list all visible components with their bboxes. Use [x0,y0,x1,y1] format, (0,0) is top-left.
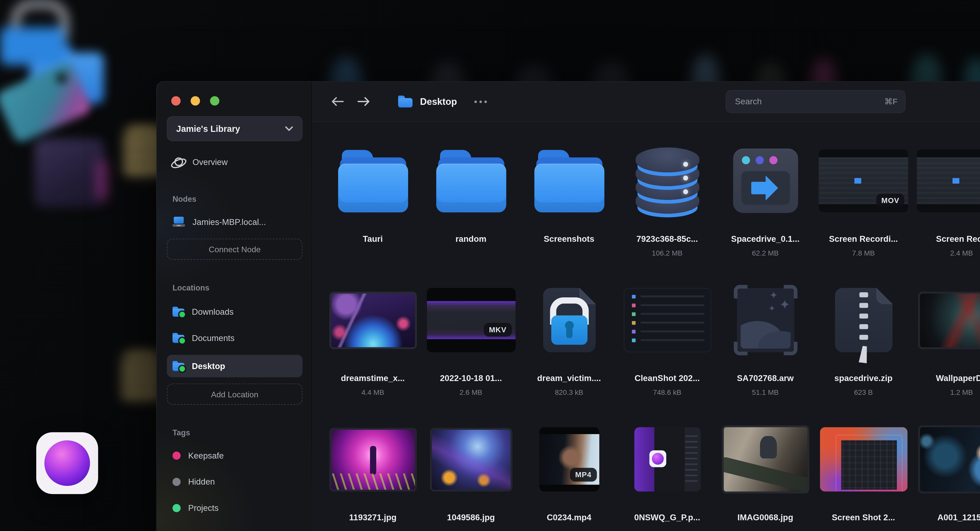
search-bar[interactable]: ⌘F [725,90,905,113]
file-name: SA702768.arw [737,373,794,383]
file-name: 0NSWQ_G_P.p... [634,513,700,522]
file-item[interactable]: MKV 2022-10-18 01... 2.6 MB [422,287,520,427]
file-item[interactable]: random [422,148,520,287]
page-title: Desktop [420,96,457,107]
connect-node-button[interactable]: Connect Node [167,239,302,260]
sparkle-icon: ✦ [770,290,778,300]
database-icon [633,149,701,214]
arrow-right-icon [358,96,371,107]
sidebar-item-label: Desktop [192,361,225,371]
add-location-button[interactable]: Add Location [167,384,302,405]
file-item[interactable]: MOV Screen Recordi... 7.8 MB [815,148,912,287]
search-input[interactable] [734,96,884,107]
folder-icon [338,150,408,212]
spacedrive-app-logo[interactable] [36,432,98,494]
file-name: 2022-10-18 01... [440,373,502,383]
back-button[interactable] [328,94,346,109]
image-thumbnail [634,427,700,491]
spacedrive-window: Jamie's Library Overview Nodes Jamies-MB… [156,81,980,531]
sidebar-item-label: Jamies-MBP.local... [192,217,266,227]
folder-icon [172,361,185,371]
zoom-button[interactable] [210,96,220,106]
file-item[interactable]: dream_victim.... 820.3 kB [520,287,618,427]
file-size: 623 B [854,388,873,396]
sidebar-item-tag-projects[interactable]: Projects [167,498,302,517]
file-name: spacedrive.zip [834,373,892,383]
library-label: Jamie's Library [177,124,240,134]
sidebar-item-node[interactable]: Jamies-MBP.local... [167,212,302,231]
forward-button[interactable] [355,94,373,109]
file-name: dream_victim.... [537,373,601,383]
image-thumbnail [918,425,980,493]
arrow-right-icon [751,182,766,194]
sidebar-item-downloads[interactable]: Downloads [167,302,302,321]
file-item[interactable]: dreamstime_x... 4.4 MB [324,287,422,427]
format-badge: MP4 [570,468,597,482]
breadcrumb: Desktop [398,96,491,108]
lock-file-icon [543,288,595,352]
video-thumbnail: MOV [818,149,909,213]
file-name: Screen Shot 2... [832,513,895,522]
sidebar-item-label: Overview [192,157,228,166]
sidebar-item-label: Hidden [188,477,215,487]
sidebar-item-tag-hidden[interactable]: Hidden [167,472,302,491]
file-item[interactable]: 0NSWQ_G_P.p... [618,427,716,531]
file-name: random [455,234,487,244]
sidebar-item-documents[interactable]: Documents [167,328,302,347]
sidebar-item-label: Documents [192,333,234,343]
format-badge: MOV [877,193,904,208]
tag-color-dot [172,477,181,486]
raw-image-icon: ✦✦✦ [737,288,794,352]
spacedrive-orb-icon [45,441,90,486]
file-name: dreamstime_x... [341,373,405,383]
file-name: Screen Recordi... [829,234,898,244]
folder-icon [172,307,185,317]
file-size: 2.4 MB [950,249,973,257]
video-thumbnail: MP4 [539,427,599,491]
synced-dot-icon [178,337,186,345]
file-name: Tauri [363,234,383,244]
section-title-tags: Tags [167,428,302,437]
file-item[interactable]: IMAG0068.jpg [716,427,815,531]
file-item[interactable]: ✦✦✦ SA702768.arw 51.1 MB [716,287,815,427]
tag-color-dot [172,504,181,512]
sidebar-item-tag-keepsafe[interactable]: Keepsafe [167,446,302,465]
file-grid: Tauri random Screenshots 7923c368- [312,122,980,531]
file-item[interactable]: 1049586.jpg [422,427,520,531]
synced-dot-icon [178,365,186,373]
sparkle-icon: ✦ [780,298,791,311]
file-item[interactable]: 1193271.jpg [324,427,422,531]
file-item[interactable]: Tauri [324,148,422,287]
blurred-lock-icon [0,0,65,67]
planet-icon [172,155,185,168]
file-item[interactable]: Screen Reco 2.4 MB [913,148,980,287]
file-name: CleanShot 202... [635,373,700,383]
file-name: IMAG0068.jpg [737,513,793,522]
file-item[interactable]: Screenshots [520,148,618,287]
section-title-nodes: Nodes [167,195,302,203]
sidebar-item-overview[interactable]: Overview [167,152,302,171]
main-area: Desktop ⌘F Tauri random [312,82,980,531]
file-item[interactable]: 7923c368-85c... 106.2 MB [618,148,716,287]
library-selector[interactable]: Jamie's Library [167,116,302,141]
file-name: A001_12150 [937,513,980,522]
image-thumbnail [820,427,907,491]
folded-corner-icon [876,288,892,304]
image-thumbnail [430,428,512,491]
file-item[interactable]: MP4 C0234.mp4 [520,427,618,531]
arrow-left-icon [331,96,344,107]
image-thumbnail [329,291,417,349]
file-item[interactable]: spacedrive.zip 623 B [815,287,912,427]
file-item[interactable]: CleanShot 202... 748.6 kB [618,287,716,427]
close-button[interactable] [171,96,181,106]
more-options-icon[interactable] [471,97,491,106]
file-name: WallpaperDo [936,373,980,383]
folder-icon [436,150,506,212]
minimize-button[interactable] [191,96,200,106]
file-item[interactable]: A001_12150 [913,427,980,531]
folder-icon [534,150,604,212]
file-item[interactable]: WallpaperDo 1.2 MB [913,287,980,427]
file-item[interactable]: Screen Shot 2... [815,427,912,531]
sidebar-item-desktop[interactable]: Desktop [167,355,302,377]
file-item[interactable]: Spacedrive_0.1... 62.2 MB [716,148,815,287]
